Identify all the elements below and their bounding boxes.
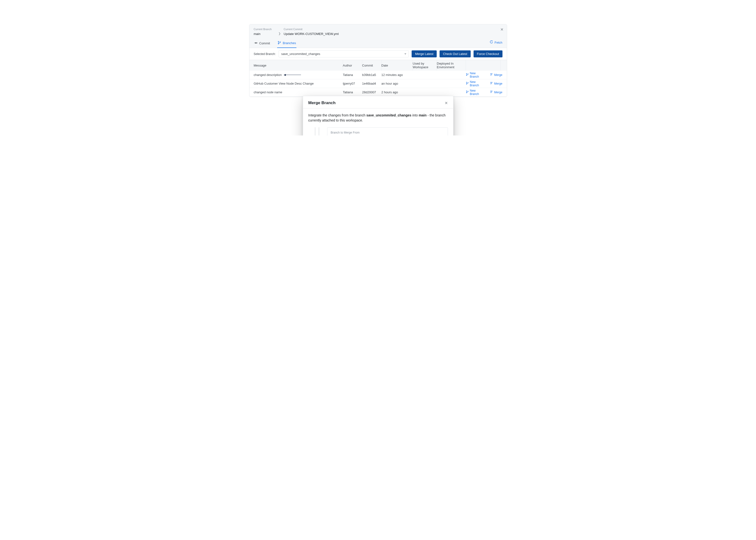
commit-author: Tatiana bbox=[343, 73, 362, 77]
refresh-icon bbox=[490, 41, 493, 45]
merge-link[interactable]: Merge bbox=[490, 71, 502, 78]
new-branch-link[interactable]: New Branch bbox=[466, 71, 486, 78]
modal-title: Merge Branch bbox=[308, 100, 335, 105]
merge-from-box: Branch to Merge From save_uncommited_cha… bbox=[327, 127, 448, 135]
merge-branch-modal: Merge Branch ✕ Integrate the changes fro… bbox=[303, 96, 453, 135]
panel-header: Current Branch main ❯ Current Commit Upd… bbox=[250, 24, 507, 39]
modal-header: Merge Branch ✕ bbox=[303, 96, 453, 108]
current-commit-label: Current Commit bbox=[284, 28, 339, 31]
commit-hash: 1e46bad4 bbox=[362, 82, 381, 85]
commit-author: tjperry07 bbox=[343, 82, 362, 85]
branch-icon bbox=[277, 41, 281, 45]
current-branch-block: Current Branch main bbox=[254, 28, 272, 36]
merge-icon bbox=[490, 90, 493, 94]
new-branch-link[interactable]: New Branch bbox=[466, 89, 486, 96]
fetch-button[interactable]: Fetch bbox=[490, 41, 502, 45]
svg-point-13 bbox=[466, 92, 467, 93]
svg-point-8 bbox=[468, 74, 468, 74]
branch-select[interactable]: save_uncommited_changes bbox=[278, 51, 409, 58]
svg-point-5 bbox=[280, 42, 280, 43]
svg-point-6 bbox=[466, 73, 467, 74]
commit-message: changed description bbox=[254, 73, 343, 77]
svg-point-14 bbox=[468, 91, 468, 92]
merge-link[interactable]: Merge bbox=[490, 80, 502, 87]
tab-commit[interactable]: Commit bbox=[254, 39, 270, 48]
svg-point-3 bbox=[278, 41, 279, 42]
new-branch-link[interactable]: New Branch bbox=[466, 80, 486, 87]
col-deployed: Deployed In Environment bbox=[437, 60, 466, 70]
branch-icon bbox=[466, 82, 469, 85]
force-checkout-button[interactable]: Force Checkout bbox=[474, 51, 502, 58]
commit-hash: b39bb1a5 bbox=[362, 73, 381, 77]
commit-dot-icon bbox=[254, 41, 258, 45]
merge-icon bbox=[490, 82, 493, 85]
modal-intro-text: Integrate the changes from the branch sa… bbox=[308, 113, 448, 123]
svg-point-10 bbox=[466, 84, 467, 84]
close-icon[interactable]: ✕ bbox=[445, 101, 448, 105]
col-message: Message bbox=[254, 60, 343, 70]
tab-branches[interactable]: Branches bbox=[277, 39, 296, 48]
merge-latest-button[interactable]: Merge Latest bbox=[412, 51, 437, 58]
commit-message: GitHub Customer View Node Desc Change bbox=[254, 82, 343, 85]
branch-icon bbox=[466, 90, 469, 94]
merge-from-label: Branch to Merge From bbox=[331, 130, 444, 135]
branch-select-row: Selected Branch: save_uncommited_changes… bbox=[250, 48, 507, 60]
commit-date: an hour ago bbox=[381, 82, 413, 85]
git-panel: Current Branch main ❯ Current Commit Upd… bbox=[249, 24, 507, 97]
col-date: Date bbox=[381, 60, 413, 70]
svg-point-0 bbox=[255, 42, 257, 43]
commits-table: Message Author Commit Date Used by Works… bbox=[250, 60, 507, 97]
commit-author: Tatiana bbox=[343, 90, 362, 94]
svg-point-9 bbox=[466, 82, 467, 82]
commit-date: 12 minutes ago bbox=[381, 73, 413, 77]
table-header: Message Author Commit Date Used by Works… bbox=[250, 60, 507, 70]
svg-point-7 bbox=[466, 75, 467, 76]
modal-body: Integrate the changes from the branch sa… bbox=[303, 108, 453, 135]
current-commit-value: Update WORK-CUSTOMER_VIEW.yml bbox=[284, 32, 339, 36]
svg-point-12 bbox=[466, 91, 467, 91]
branch-graph-icon bbox=[308, 127, 322, 135]
table-row: changed description Tatiana b39bb1a5 12 … bbox=[250, 70, 507, 79]
commit-message: changed node name bbox=[254, 90, 343, 94]
col-commit: Commit bbox=[362, 60, 381, 70]
svg-point-4 bbox=[278, 43, 279, 44]
commit-hash: 28d20007 bbox=[362, 90, 381, 94]
current-branch-value: main bbox=[254, 32, 272, 36]
selected-branch-label: Selected Branch: bbox=[254, 52, 276, 56]
merge-icon bbox=[490, 73, 493, 77]
close-icon[interactable]: ✕ bbox=[500, 27, 503, 32]
table-row: GitHub Customer View Node Desc Change tj… bbox=[250, 79, 507, 88]
chevron-right-icon: ❯ bbox=[278, 32, 281, 35]
col-author: Author bbox=[343, 60, 362, 70]
branch-icon bbox=[466, 73, 469, 77]
merge-link[interactable]: Merge bbox=[490, 89, 502, 96]
tab-bar: Commit Branches Fetch bbox=[250, 39, 507, 48]
table-row: changed node name Tatiana 28d20007 2 hou… bbox=[250, 88, 507, 97]
checkout-latest-button[interactable]: Check Out Latest bbox=[440, 51, 471, 58]
commit-date: 2 hours ago bbox=[381, 90, 413, 94]
current-branch-label: Current Branch bbox=[254, 28, 272, 31]
col-used-by: Used by Workspace bbox=[413, 60, 437, 70]
svg-point-11 bbox=[468, 82, 468, 83]
current-commit-block: Current Commit Update WORK-CUSTOMER_VIEW… bbox=[284, 28, 339, 36]
merge-diagram-area: Branch to Merge From save_uncommited_cha… bbox=[308, 127, 448, 135]
